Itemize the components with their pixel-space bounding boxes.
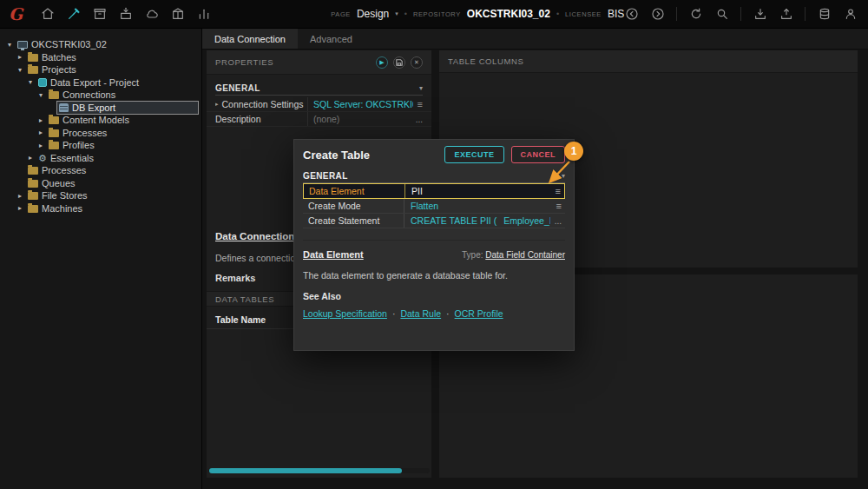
sidebar-item-content-models[interactable]: Content Models (0, 114, 201, 127)
tree-item-label: Profiles (62, 140, 95, 150)
dialog-actions: EXECUTE CANCEL (444, 146, 565, 163)
dialog-header: Create Table EXECUTE CANCEL (294, 140, 574, 169)
dialog-general-section[interactable]: GENERAL (303, 169, 565, 183)
tab-advanced[interactable]: Advanced (298, 29, 365, 49)
topbar-nav (40, 7, 211, 22)
property-row-data-element[interactable]: Data Element PII (303, 183, 565, 199)
see-also-label: See Also (303, 291, 565, 301)
expander-collapsed-icon[interactable] (16, 204, 24, 212)
link-ocr-profile[interactable]: OCR Profile (455, 308, 503, 319)
tree-item-label: DB Export (72, 102, 115, 113)
column-header-table-name[interactable]: Table Name (215, 314, 266, 325)
tab-data-connection[interactable]: Data Connection (202, 29, 298, 49)
expander-collapsed-icon[interactable] (16, 192, 24, 200)
stats-icon[interactable] (196, 7, 211, 22)
property-value[interactable]: Flatten (404, 199, 552, 213)
expander-expanded-icon[interactable] (5, 41, 14, 49)
design-tools-icon[interactable] (66, 7, 81, 22)
back-icon[interactable] (624, 7, 639, 22)
expander-collapsed-icon[interactable] (215, 101, 219, 108)
property-label: Connection Settings (215, 99, 307, 109)
sidebar-item-processes-root[interactable]: Processes (0, 164, 201, 177)
page-selector[interactable]: Design (357, 8, 389, 20)
package-icon[interactable] (170, 7, 185, 22)
upload-icon[interactable] (779, 7, 793, 22)
import-icon[interactable] (118, 7, 133, 22)
expander-expanded-icon[interactable] (26, 78, 35, 86)
sidebar-item-profiles[interactable]: Profiles (0, 139, 201, 152)
refresh-icon[interactable] (688, 7, 703, 22)
sidebar-item-data-export-project[interactable]: Data Export - Project (0, 76, 201, 89)
expander-collapsed-icon[interactable] (16, 53, 24, 61)
link-lookup-specification[interactable]: Lookup Specification (303, 308, 387, 319)
horizontal-scrollbar-thumb[interactable] (209, 468, 402, 473)
batches-icon[interactable] (92, 7, 107, 22)
topbar: G PAGE (0, 0, 868, 29)
tree-item-label: Content Models (62, 115, 129, 125)
sidebar-item-machines[interactable]: Machines (0, 202, 201, 215)
cancel-circle-button[interactable]: ✕ (411, 56, 423, 69)
grooper-logo: G (9, 6, 23, 23)
property-row-create-statement[interactable]: Create Statement CREATE TABLE PII ( Empl… (303, 214, 565, 228)
sidebar-item-essentials[interactable]: Essentials (0, 152, 201, 165)
horizontal-scrollbar-track[interactable] (208, 468, 430, 473)
sidebar-item-processes-project[interactable]: Processes (0, 127, 201, 140)
forward-icon[interactable] (650, 7, 665, 22)
sidebar-item-connections[interactable]: Connections (0, 89, 201, 102)
property-row-create-mode[interactable]: Create Mode Flatten (303, 199, 565, 214)
properties-general-section[interactable]: GENERAL (215, 82, 423, 96)
table-columns-header: TABLE COLUMNS (439, 50, 858, 73)
property-value[interactable]: SQL Server: OKCSTRKI03... (307, 97, 413, 111)
folder-icon (49, 129, 59, 137)
cancel-button[interactable]: CANCEL (511, 146, 566, 163)
folder-icon (28, 167, 38, 175)
menu-icon[interactable] (418, 99, 423, 109)
property-value[interactable]: (none) (307, 112, 411, 126)
tree-item-label: Data Export - Project (50, 77, 139, 88)
properties-header: PROPERTIES ▶ ✕ (207, 50, 431, 75)
menu-icon[interactable] (556, 186, 561, 196)
database-stack-icon[interactable] (817, 7, 832, 22)
section-title: GENERAL (303, 171, 348, 181)
tree-item-label: Machines (42, 203, 82, 214)
dialog-title: Create Table (303, 149, 370, 162)
property-value[interactable]: PII (404, 184, 551, 198)
selected-node-highlight[interactable]: DB Export (57, 102, 198, 114)
cloud-icon[interactable] (144, 7, 159, 22)
repository-value: OKCSTRKI03_02 (467, 8, 550, 20)
expander-collapsed-icon[interactable] (36, 142, 45, 149)
tree-item-label: Queues (42, 178, 76, 188)
properties-grid: Connection Settings SQL Server: OKCSTRKI… (207, 97, 431, 127)
execute-button[interactable]: EXECUTE (444, 146, 503, 163)
home-icon[interactable] (40, 7, 55, 22)
sidebar-item-projects[interactable]: Projects (0, 63, 201, 76)
download-icon[interactable] (753, 7, 767, 22)
type-label: Type: (462, 250, 483, 260)
sidebar-item-batches[interactable]: Batches (0, 51, 201, 64)
search-icon[interactable] (714, 7, 729, 22)
project-icon (38, 78, 47, 87)
link-data-rule[interactable]: Data Rule (400, 308, 441, 319)
sidebar-item-file-stores[interactable]: File Stores (0, 189, 201, 202)
ellipsis-button[interactable]: ... (555, 216, 562, 226)
server-icon (17, 41, 28, 49)
user-icon[interactable] (843, 7, 858, 22)
sidebar-item-repository-root[interactable]: OKCSTRKI03_02 (0, 38, 201, 51)
sidebar-item-db-export-selected[interactable]: DB Export (0, 102, 201, 115)
expander-expanded-icon[interactable] (16, 66, 24, 74)
property-row-connection-settings[interactable]: Connection Settings SQL Server: OKCSTRKI… (207, 97, 431, 112)
menu-icon[interactable] (556, 201, 562, 211)
sidebar-item-queues[interactable]: Queues (0, 177, 201, 190)
expander-collapsed-icon[interactable] (26, 154, 35, 162)
property-row-description[interactable]: Description (none) ... (207, 112, 431, 127)
type-value-link[interactable]: Data Field Container (485, 250, 565, 260)
expander-collapsed-icon[interactable] (36, 116, 45, 124)
expander-expanded-icon[interactable] (36, 91, 45, 99)
property-value[interactable]: CREATE TABLE PII ( Employee_ID ... (404, 214, 550, 228)
ellipsis-button[interactable]: ... (416, 115, 423, 124)
property-label: Description (215, 114, 307, 124)
save-button[interactable] (393, 56, 405, 69)
expander-collapsed-icon[interactable] (36, 129, 45, 136)
apply-play-button[interactable]: ▶ (376, 56, 388, 69)
tree-item-label: Essentials (50, 153, 94, 163)
